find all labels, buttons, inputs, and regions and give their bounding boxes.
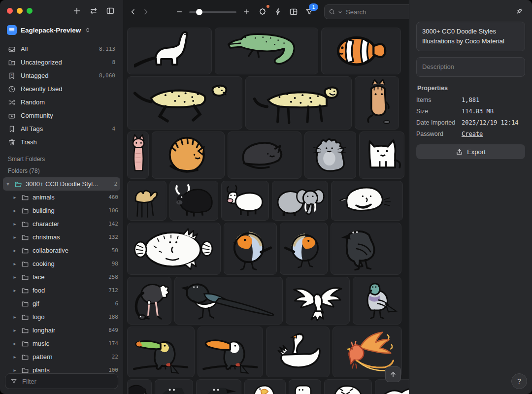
grid-item-cat-curled[interactable] xyxy=(152,131,225,179)
sidebar-item-random[interactable]: Random xyxy=(0,96,123,109)
property-value[interactable]: Create xyxy=(462,131,483,137)
folder-row-pattern[interactable]: ▸pattern22 xyxy=(0,350,123,363)
sidebar-item-recently-used[interactable]: Recently Used xyxy=(0,82,123,96)
grid-item-crow-partial[interactable] xyxy=(155,379,193,394)
grid-item-toucan-green[interactable] xyxy=(127,327,195,377)
grid-item-magpie[interactable] xyxy=(174,277,283,325)
grid-item-camel[interactable] xyxy=(127,181,166,221)
grid-item-ostrich[interactable] xyxy=(127,277,171,325)
grid-item-penguin-partial[interactable] xyxy=(127,379,152,394)
grid-item-bull[interactable] xyxy=(169,181,218,221)
caret-right-icon[interactable]: ▸ xyxy=(12,354,18,360)
slider-knob[interactable] xyxy=(196,9,202,15)
thumbnail-size-slider[interactable] xyxy=(189,11,236,13)
actions-button[interactable] xyxy=(272,6,284,18)
caret-right-icon[interactable]: ▸ xyxy=(12,367,18,373)
export-button[interactable]: Export xyxy=(416,144,525,159)
sidebar-filter[interactable] xyxy=(5,373,118,389)
filter-button[interactable]: 1 xyxy=(303,6,315,18)
folder-row-food[interactable]: ▸food712 xyxy=(0,284,123,297)
plugins-button[interactable] xyxy=(256,6,268,18)
grid-item-white-cat[interactable] xyxy=(359,131,404,179)
close-window-button[interactable] xyxy=(7,8,13,14)
grid-item-cheetah-standing[interactable] xyxy=(245,76,352,130)
search-input[interactable] xyxy=(345,8,415,16)
caret-right-icon[interactable]: ▸ xyxy=(12,328,18,333)
grid-item-fluffy-cat[interactable] xyxy=(304,131,356,179)
grid-item-toucan-orange[interactable] xyxy=(198,327,263,377)
caret-right-icon[interactable]: ▸ xyxy=(12,248,18,253)
folder-row-face[interactable]: ▸face258 xyxy=(0,270,123,284)
folder-row-gif[interactable]: gif6 xyxy=(0,297,123,310)
folder-row-longhair[interactable]: ▸longhair849 xyxy=(0,324,123,337)
grid-item-crocodile[interactable] xyxy=(215,28,318,74)
description-field[interactable]: Description xyxy=(416,57,525,77)
grid-item-chick-partial[interactable] xyxy=(244,379,286,394)
add-button[interactable] xyxy=(71,5,83,17)
back-button[interactable] xyxy=(127,6,139,18)
grid-item-cat-sitting[interactable] xyxy=(355,76,399,130)
folder-row-building[interactable]: ▸building106 xyxy=(0,204,123,217)
zoom-in-button[interactable] xyxy=(240,6,252,18)
grid-item-sphynx-cat[interactable] xyxy=(127,131,149,179)
caret-right-icon[interactable]: ▸ xyxy=(12,341,18,346)
caret-right-icon[interactable]: ▸ xyxy=(12,221,18,227)
search-scope-chevron-icon[interactable] xyxy=(338,10,342,14)
zoom-out-button[interactable] xyxy=(173,6,185,18)
grid-item-dinosaur[interactable] xyxy=(127,28,212,74)
grid-item-elephant[interactable] xyxy=(272,181,328,221)
grid-item-dove[interactable] xyxy=(286,277,350,325)
grid-item-goose-partial[interactable] xyxy=(289,379,321,394)
pin-panel-button[interactable] xyxy=(513,5,525,17)
scroll-to-top-button[interactable] xyxy=(385,366,401,382)
folder-row-character[interactable]: ▸character142 xyxy=(0,217,123,230)
grid-item-swan[interactable] xyxy=(266,327,330,377)
grid-item-crow[interactable] xyxy=(331,223,401,275)
minimize-window-button[interactable] xyxy=(17,8,23,14)
grid-item-clownfish[interactable] xyxy=(321,28,401,74)
sort-icon[interactable] xyxy=(88,5,100,17)
caret-right-icon[interactable]: ▸ xyxy=(12,208,18,213)
grid-item-flatfish[interactable] xyxy=(127,223,221,275)
folder-row-collaborative[interactable]: ▸collaborative50 xyxy=(0,244,123,257)
sidebar-item-all[interactable]: All8,113 xyxy=(0,42,123,56)
library-selector[interactable]: Eaglepack-Preview xyxy=(0,22,123,38)
zoom-window-button[interactable] xyxy=(27,8,33,14)
zap-icon xyxy=(273,7,282,16)
grid-item-pigeon[interactable] xyxy=(353,277,401,325)
folder-count: 100 xyxy=(108,367,118,373)
sidebar-item-uncategorized[interactable]: ?Uncategorized8 xyxy=(0,56,123,69)
sidebar-item-untagged[interactable]: ?Untagged8,060 xyxy=(0,69,123,82)
caret-right-icon[interactable]: ▸ xyxy=(12,274,18,280)
folder-row-logo[interactable]: ▸logo188 xyxy=(0,310,123,324)
caret-down-icon[interactable]: ▾ xyxy=(5,181,11,187)
grid-item-blobfish[interactable] xyxy=(331,181,403,221)
folder-row-root[interactable]: ▾3000+ CC0 Doodle Styl...2 xyxy=(3,177,120,191)
sidebar-item-community[interactable]: Community xyxy=(0,109,123,122)
folder-row-cooking[interactable]: ▸cooking98 xyxy=(0,257,123,270)
toggle-sidebar-icon[interactable] xyxy=(104,5,116,17)
forward-button[interactable] xyxy=(140,6,152,18)
caret-right-icon[interactable]: ▸ xyxy=(12,195,18,200)
grid-item-robin-right[interactable] xyxy=(280,223,328,275)
caret-right-icon[interactable]: ▸ xyxy=(12,261,18,266)
grid-item-cheetah-running[interactable] xyxy=(127,76,242,130)
grid-item-cat-sleeping[interactable] xyxy=(228,131,301,179)
sidebar-item-trash[interactable]: Trash xyxy=(0,135,123,149)
folder-title-field[interactable]: 3000+ CC0 Doodle Styles Illustrations by… xyxy=(416,22,525,51)
folder-row-christmas[interactable]: ▸christmas132 xyxy=(0,230,123,244)
folder-row-animals[interactable]: ▸animals460 xyxy=(0,191,123,204)
grid-item-robin[interactable] xyxy=(224,223,277,275)
layout-button[interactable] xyxy=(288,6,299,18)
caret-right-icon[interactable]: ▸ xyxy=(12,314,18,320)
caret-right-icon[interactable]: ▸ xyxy=(12,288,18,293)
grid-item-raven-partial[interactable] xyxy=(196,379,241,394)
caret-right-icon[interactable]: ▸ xyxy=(12,234,18,240)
help-button[interactable]: ? xyxy=(511,373,527,389)
search-box[interactable] xyxy=(324,4,420,19)
sidebar-item-all-tags[interactable]: All Tags4 xyxy=(0,122,123,135)
filter-input[interactable] xyxy=(21,377,113,386)
grid-item-cow[interactable] xyxy=(221,181,269,221)
folder-row-music[interactable]: ▸music174 xyxy=(0,337,123,350)
grid-item-owl-partial[interactable] xyxy=(324,379,372,394)
